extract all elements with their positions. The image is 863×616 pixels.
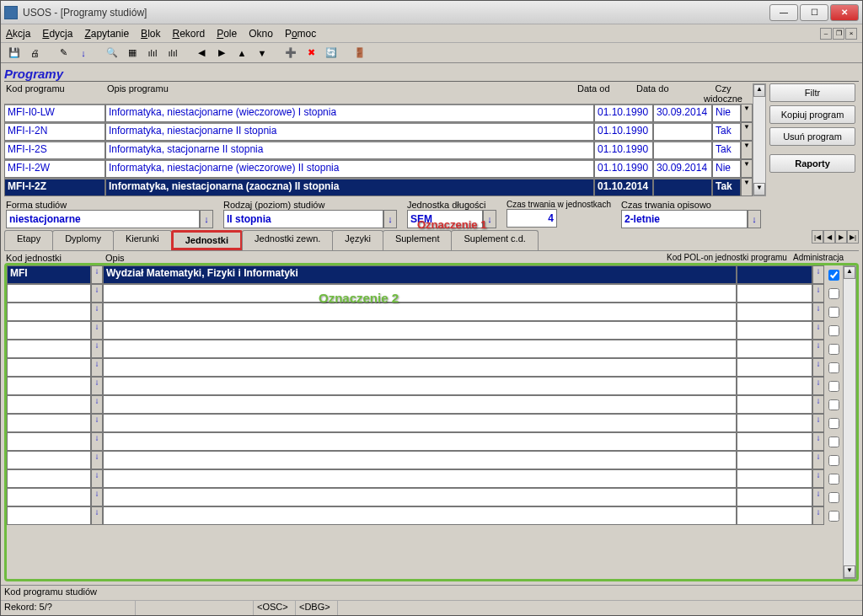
menu-blok[interactable]: Blok	[141, 28, 160, 40]
jednostka-polon-lov-icon[interactable]: ↓	[812, 358, 824, 377]
jednostka-kod-lov-icon[interactable]: ↓	[91, 321, 103, 340]
program-data-od[interactable]: 01.10.1990	[594, 122, 653, 141]
program-data-do[interactable]	[653, 141, 712, 159]
jednostka-opis[interactable]	[103, 469, 737, 488]
program-widoczne[interactable]: Tak	[712, 178, 741, 196]
jednostka-row[interactable]: ↓↓	[7, 432, 843, 451]
reports-button[interactable]: Raporty	[769, 154, 855, 173]
jednostka-kod[interactable]	[7, 469, 91, 488]
tab-next-icon[interactable]: ▶	[835, 230, 847, 244]
print-icon[interactable]: 🖨	[26, 45, 43, 62]
down-icon[interactable]: ▼	[254, 45, 271, 62]
mdi-minimize-button[interactable]: –	[820, 28, 832, 40]
jednostka-row[interactable]: ↓↓	[7, 377, 843, 395]
filter-button[interactable]: Filtr	[769, 83, 855, 102]
tab-kierunki[interactable]: Kierunki	[113, 230, 172, 250]
filter-icon[interactable]: 🔍	[104, 45, 121, 62]
tab-dyplomy[interactable]: Dyplomy	[52, 230, 114, 250]
tab-suplement[interactable]: Suplement	[383, 230, 453, 250]
down-arrow-icon[interactable]: ↓	[75, 45, 92, 62]
program-opis[interactable]: Informatyka, niestacjonarne (wieczorowe)…	[105, 104, 594, 122]
jednostka-polon[interactable]	[737, 432, 812, 451]
czas-opis-input[interactable]	[621, 210, 748, 228]
exit-icon[interactable]: 🚪	[351, 45, 368, 62]
jednostka-kod[interactable]	[7, 377, 91, 395]
jednostka-admin-checkbox[interactable]	[824, 284, 843, 303]
grid2-icon[interactable]: ▦	[124, 45, 141, 62]
jednostka-row[interactable]: ↓↓	[7, 414, 843, 432]
jednostka-polon[interactable]	[737, 488, 812, 506]
program-row[interactable]: MFI-I-2SInformatyka, stacjonarne II stop…	[4, 141, 753, 159]
scroll-down-icon[interactable]: ▼	[753, 183, 765, 196]
program-opis[interactable]: Informatyka, stacjonarne II stopnia	[105, 141, 594, 159]
jednostka-polon-lov-icon[interactable]: ↓	[812, 469, 824, 488]
jednostka-row[interactable]: ↓↓	[7, 340, 843, 358]
menu-edycja[interactable]: Edycja	[42, 28, 72, 40]
jednostka-polon-lov-icon[interactable]: ↓	[812, 340, 824, 358]
jednostka-admin-checkbox[interactable]	[824, 340, 843, 358]
tab-last-icon[interactable]: ▶|	[847, 230, 859, 244]
jednostka-admin-checkbox[interactable]	[824, 414, 843, 432]
jednostka-polon[interactable]	[737, 377, 812, 395]
jednostka-polon-lov-icon[interactable]: ↓	[812, 284, 824, 303]
jednostka-polon[interactable]	[737, 469, 812, 488]
program-data-do[interactable]: 30.09.2014	[653, 104, 712, 122]
edit-icon[interactable]: ✎	[55, 45, 72, 62]
program-kod[interactable]: MFI-I-2Z	[4, 178, 105, 196]
program-widoczne[interactable]: Nie	[712, 104, 741, 122]
jednostka-admin-checkbox[interactable]	[824, 377, 843, 395]
up-icon[interactable]: ▲	[233, 45, 250, 62]
minimize-button[interactable]: —	[769, 4, 798, 21]
program-opis[interactable]: Informatyka, niestacjonarna (zaoczna) II…	[105, 178, 594, 196]
jednostka-row[interactable]: ↓↓	[7, 451, 843, 469]
program-opis[interactable]: Informatyka, niestacjonarne II stopnia	[105, 122, 594, 141]
program-widoczne[interactable]: Nie	[712, 159, 741, 178]
jednostka-opis[interactable]	[103, 321, 737, 340]
refresh-icon[interactable]: 🔄	[323, 45, 340, 62]
czas-opis-lov-button[interactable]: ↓	[748, 210, 761, 228]
widoczne-dropdown-icon[interactable]: ▼	[741, 104, 753, 122]
menu-pole[interactable]: Pole	[217, 28, 237, 40]
jednostka-polon[interactable]	[737, 265, 812, 284]
jednostka-kod[interactable]	[7, 340, 91, 358]
jednostka-admin-checkbox[interactable]	[824, 395, 843, 414]
jednostka-polon-lov-icon[interactable]: ↓	[812, 303, 824, 321]
jednostka-row[interactable]: ↓↓	[7, 303, 843, 321]
jednostka-polon-lov-icon[interactable]: ↓	[812, 506, 824, 525]
rodzaj-input[interactable]	[223, 210, 383, 228]
jednostka-admin-checkbox[interactable]	[824, 321, 843, 340]
widoczne-dropdown-icon[interactable]: ▼	[741, 122, 753, 141]
jednostka-row[interactable]: ↓↓	[7, 395, 843, 414]
tab-etapy[interactable]: Etapy	[4, 230, 53, 250]
jednostka-polon-lov-icon[interactable]: ↓	[812, 395, 824, 414]
jednostka-row[interactable]: ↓↓	[7, 488, 843, 506]
mdi-restore-button[interactable]: ❐	[833, 28, 844, 40]
jednostka-polon-lov-icon[interactable]: ↓	[812, 488, 824, 506]
jednostka-kod[interactable]	[7, 432, 91, 451]
jednostka-admin-checkbox[interactable]	[824, 506, 843, 525]
jednostka-polon[interactable]	[737, 303, 812, 321]
jednostka-admin-checkbox[interactable]	[824, 358, 843, 377]
program-data-od[interactable]: 01.10.1990	[594, 159, 653, 178]
tab-suplement-c-d-[interactable]: Suplement c.d.	[451, 230, 538, 250]
jednostka-polon[interactable]	[737, 395, 812, 414]
jednostka-polon[interactable]	[737, 506, 812, 525]
jednostka-kod-lov-icon[interactable]: ↓	[91, 340, 103, 358]
jednostka-polon[interactable]	[737, 451, 812, 469]
czas-jedn-input[interactable]	[507, 209, 557, 228]
program-opis[interactable]: Informatyka, niestacjonarne (wieczorowe)…	[105, 159, 594, 178]
menu-rekord[interactable]: Rekord	[172, 28, 205, 40]
program-row[interactable]: MFI-I-2ZInformatyka, niestacjonarna (zao…	[4, 178, 753, 196]
jednostka-row[interactable]: ↓↓	[7, 506, 843, 525]
forma-input[interactable]	[6, 210, 200, 228]
program-data-od[interactable]: 01.10.1990	[594, 141, 653, 159]
menu-okno[interactable]: Okno	[249, 28, 273, 40]
widoczne-dropdown-icon[interactable]: ▼	[741, 159, 753, 178]
program-row[interactable]: MFI-I-2NInformatyka, niestacjonarne II s…	[4, 122, 753, 141]
program-kod[interactable]: MFI-I-2S	[4, 141, 105, 159]
jednostka-kod-lov-icon[interactable]: ↓	[91, 358, 103, 377]
jednostka-opis[interactable]	[103, 488, 737, 506]
program-kod[interactable]: MFI-I-2W	[4, 159, 105, 178]
jednostka-row[interactable]: ↓↓	[7, 321, 843, 340]
jednostka-kod[interactable]	[7, 321, 91, 340]
